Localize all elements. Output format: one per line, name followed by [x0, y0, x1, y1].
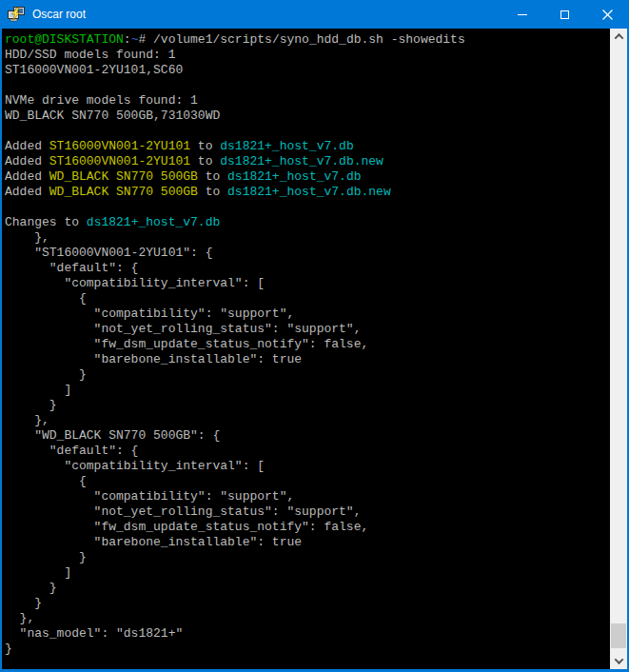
window-body: root@DISKSTATION:~# /volume1/scripts/syn…	[2, 29, 627, 669]
terminal-line	[5, 200, 610, 215]
text-segment: }	[5, 596, 42, 610]
text-segment: }	[5, 642, 12, 656]
text-segment: "WD_BLACK SN770 500GB": {	[5, 428, 220, 443]
text-segment: WD_BLACK SN770 500GB	[49, 169, 198, 184]
terminal-line: "nas_model": "ds1821+"	[5, 626, 610, 642]
close-icon	[602, 10, 613, 20]
terminal-line: }	[5, 398, 610, 413]
maximize-icon	[560, 10, 569, 19]
terminal-line: root@DISKSTATION:~# /volume1/scripts/syn…	[5, 32, 610, 48]
text-segment: HDD/SSD models found: 1	[5, 48, 175, 62]
terminal-line: },	[5, 413, 610, 428]
terminal-line: "compatibility_interval": [	[5, 459, 610, 474]
terminal-line: }	[5, 642, 610, 657]
terminal-line: "barebone_installable": true	[5, 352, 610, 367]
text-segment: "fw_dsm_update_status_notify": false,	[5, 520, 368, 534]
close-button[interactable]	[586, 0, 629, 29]
terminal-line: ]	[5, 565, 610, 581]
terminal-line: WD_BLACK SN770 500GB,731030WD	[5, 109, 610, 124]
text-segment: }	[5, 398, 57, 412]
terminal-line: "fw_dsm_update_status_notify": false,	[5, 337, 610, 352]
terminal-line: "compatibility": "support",	[5, 306, 610, 322]
text-segment: to	[190, 139, 220, 153]
text-segment: "not_yet_rolling_status": "support",	[5, 504, 361, 519]
text-segment: ST16000VN001-2YU101	[49, 139, 190, 153]
text-segment: }	[5, 550, 87, 564]
minimize-icon	[518, 14, 527, 15]
text-segment: },	[5, 413, 49, 427]
text-segment: {	[5, 474, 87, 488]
text-segment: "default": {	[5, 444, 138, 458]
terminal-line: },	[5, 230, 610, 246]
scrollbar[interactable]	[610, 29, 627, 669]
terminal-line: "default": {	[5, 261, 610, 276]
terminal-line: "not_yet_rolling_status": "support",	[5, 504, 610, 520]
titlebar: Oscar root	[0, 0, 629, 29]
scroll-down-button[interactable]	[610, 653, 627, 669]
caption-buttons	[501, 0, 629, 29]
text-segment: "fw_dsm_update_status_notify": false,	[5, 337, 368, 351]
text-segment: "compatibility": "support",	[5, 489, 294, 504]
terminal-line	[5, 124, 610, 139]
terminal-line: "ST16000VN001-2YU101": {	[5, 246, 610, 261]
terminal-line: "compatibility": "support",	[5, 489, 610, 504]
scrollbar-thumb[interactable]	[611, 623, 626, 648]
putty-window: Oscar root root@DISKSTATION:~# /volume1/…	[0, 0, 629, 672]
text-segment: Added	[5, 169, 49, 184]
terminal-line: "compatibility_interval": [	[5, 276, 610, 291]
terminal-line	[5, 78, 610, 93]
terminal-line: "fw_dsm_update_status_notify": false,	[5, 520, 610, 535]
terminal-line: NVMe drive models found: 1	[5, 93, 610, 109]
minimize-button[interactable]	[501, 0, 543, 29]
terminal-line: Added ST16000VN001-2YU101 to ds1821+_hos…	[5, 154, 610, 169]
text-segment: to	[198, 185, 227, 199]
text-segment: },	[5, 611, 34, 625]
text-segment: ]	[5, 565, 71, 580]
text-segment: "nas_model": "ds1821+"	[5, 626, 183, 641]
text-segment: # /volume1/scripts/syno_hdd_db.sh -showe…	[138, 32, 464, 47]
window-title: Oscar root	[32, 8, 501, 21]
text-segment: ds1821+_host_v7.db	[227, 169, 361, 184]
terminal-line: },	[5, 611, 610, 626]
text-segment: Added	[5, 185, 49, 199]
terminal-line: Changes to ds1821+_host_v7.db	[5, 215, 610, 230]
text-segment: Added	[5, 154, 49, 168]
terminal-line: }	[5, 596, 610, 611]
terminal-line: }	[5, 550, 610, 565]
terminal-line: ]	[5, 383, 610, 398]
terminal-line: "default": {	[5, 444, 610, 459]
terminal-line: "barebone_installable": true	[5, 535, 610, 550]
text-segment: {	[5, 291, 87, 306]
text-segment: ds1821+_host_v7.db	[87, 215, 220, 229]
chevron-up-icon	[614, 33, 623, 43]
text-segment: },	[5, 230, 49, 245]
terminal-output[interactable]: root@DISKSTATION:~# /volume1/scripts/syn…	[2, 29, 610, 669]
putty-icon	[8, 7, 25, 22]
text-segment: ST16000VN001-2YU101,SC60	[5, 63, 183, 77]
text-segment: }	[5, 581, 57, 595]
terminal-line: {	[5, 474, 610, 489]
scroll-up-button[interactable]	[610, 29, 627, 45]
terminal-line: Added WD_BLACK SN770 500GB to ds1821+_ho…	[5, 185, 610, 200]
text-segment: root@DISKSTATION	[5, 32, 124, 47]
text-segment: NVMe drive models found: 1	[5, 93, 198, 108]
terminal-line: HDD/SSD models found: 1	[5, 48, 610, 63]
terminal-line: ST16000VN001-2YU101,SC60	[5, 63, 610, 78]
text-segment: "compatibility": "support",	[5, 306, 294, 321]
text-segment: "not_yet_rolling_status": "support",	[5, 322, 361, 336]
text-segment: "compatibility_interval": [	[5, 459, 265, 473]
text-segment: :	[124, 32, 131, 47]
terminal-line: "WD_BLACK SN770 500GB": {	[5, 428, 610, 444]
text-segment: WD_BLACK SN770 500GB	[49, 185, 198, 199]
terminal-line: Added ST16000VN001-2YU101 to ds1821+_hos…	[5, 139, 610, 154]
terminal-line: {	[5, 291, 610, 306]
text-segment: "barebone_installable": true	[5, 352, 302, 366]
text-segment: ds1821+_host_v7.db.new	[220, 154, 383, 168]
terminal-line: }	[5, 367, 610, 383]
text-segment: to	[198, 169, 227, 184]
text-segment: "compatibility_interval": [	[5, 276, 265, 290]
text-segment: to	[190, 154, 220, 168]
terminal-line: "not_yet_rolling_status": "support",	[5, 322, 610, 337]
maximize-button[interactable]	[543, 0, 586, 29]
terminal-line: }	[5, 581, 610, 596]
